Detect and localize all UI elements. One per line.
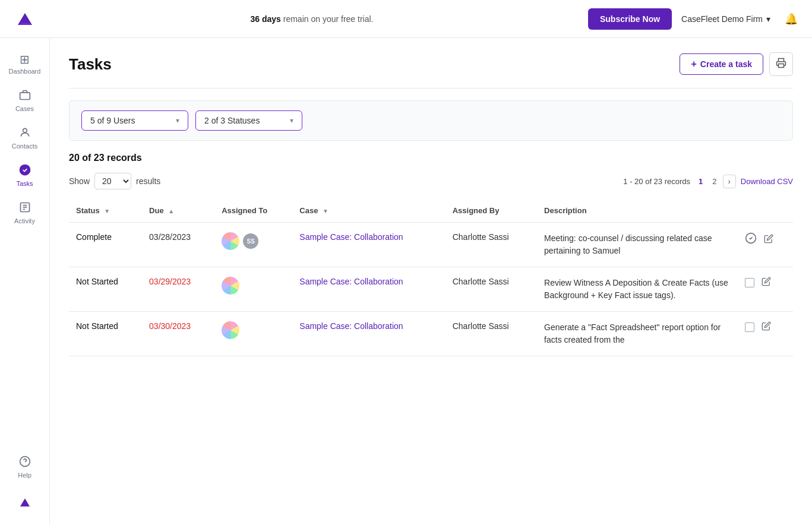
contacts-icon [19,126,31,140]
table-row: Not Started 03/29/2023 Sample Case: Coll… [69,267,793,312]
filters-bar: 5 of 9 Users ▾ 2 of 3 Statuses ▾ [69,100,793,141]
page-links: 1 2 › [695,175,736,188]
page-title: Tasks [69,55,112,74]
records-summary: 20 of 23 records [69,153,793,163]
sidebar-item-help[interactable]: Help [2,450,48,485]
cell-assigned-to [214,267,292,312]
case-link[interactable]: Sample Case: Collaboration [299,321,403,331]
edit-icon[interactable] [762,277,771,289]
complete-checkbox[interactable] [745,278,754,287]
cell-due: 03/29/2023 [142,267,214,312]
cell-due: 03/30/2023 [142,312,214,356]
row-actions [745,321,786,333]
avatar [222,277,239,295]
users-filter[interactable]: 5 of 9 Users ▾ [81,110,188,131]
col-label-status: Status [76,206,100,215]
sidebar-label-contacts: Contacts [12,143,37,150]
sort-icon-due[interactable]: ▲ [168,208,174,214]
download-csv-link[interactable]: Download CSV [741,177,793,186]
due-date: 03/30/2023 [149,321,191,331]
sidebar-item-cases[interactable]: Cases [2,83,48,118]
table-header-row: Status ▼ Due ▲ Assigned To Case ▼ Assign… [69,199,793,223]
notifications-icon[interactable]: 🔔 [785,12,798,26]
statuses-filter[interactable]: 2 of 3 Statuses ▾ [195,110,302,131]
col-label-case: Case [299,206,318,215]
avatar: SS [242,232,260,250]
users-filter-label: 5 of 9 Users [90,116,135,125]
avatar [222,321,239,339]
statuses-filter-label: 2 of 3 Statuses [204,116,260,125]
sidebar-item-dashboard[interactable]: ⊞ Dashboard [2,48,48,81]
edit-icon[interactable] [764,234,773,246]
show-label: Show [69,176,90,186]
cell-assigned-to [214,312,292,356]
sidebar-label-help: Help [18,472,31,479]
assignees-list [222,321,285,339]
cell-case: Sample Case: Collaboration [292,312,445,356]
assignees-list [222,277,285,295]
col-header-status: Status ▼ [69,199,142,223]
sidebar-item-contacts[interactable]: Contacts [2,121,48,156]
next-page-button[interactable]: › [723,175,736,188]
col-header-due: Due ▲ [142,199,214,223]
row-actions [745,277,786,289]
show-select[interactable]: 20 50 100 [94,173,131,189]
cell-description: Generate a "Fact Spreadsheet" report opt… [537,312,737,356]
show-row: Show 20 50 100 results 1 - 20 of 23 reco… [69,173,793,189]
page-header: Tasks + Create a task [69,52,793,76]
edit-icon[interactable] [762,321,771,333]
sort-icon-case[interactable]: ▼ [323,208,328,214]
cell-case: Sample Case: Collaboration [292,223,445,267]
help-icon [19,456,31,469]
plus-icon: + [691,59,696,69]
sidebar-label-activity: Activity [14,217,35,224]
cases-icon [19,89,31,103]
tasks-icon [19,164,31,178]
header-actions: + Create a task [680,52,793,76]
sidebar-item-activity[interactable]: Activity [2,195,48,230]
svg-rect-9 [779,64,784,68]
header-divider [69,88,793,88]
col-header-description: Description [537,199,737,223]
subscribe-button[interactable]: Subscribe Now [588,8,672,30]
col-label-due: Due [149,206,164,215]
results-label: results [136,176,160,186]
cell-description: Review Witness A Deposition & Create Fac… [537,267,737,312]
col-header-case: Case ▼ [292,199,445,223]
create-task-button[interactable]: + Create a task [680,53,763,75]
page-1-link[interactable]: 1 [695,176,706,187]
page-2-link[interactable]: 2 [709,176,720,187]
cell-status: Not Started [69,312,142,356]
status-value: Not Started [76,277,118,286]
cell-case: Sample Case: Collaboration [292,267,445,312]
case-link[interactable]: Sample Case: Collaboration [299,277,403,286]
svg-point-1 [23,128,27,132]
sidebar-bottom: Help [2,450,48,515]
complete-checkbox[interactable] [745,322,754,332]
sidebar: ⊞ Dashboard Cases Contacts Tasks Activit… [0,38,50,525]
cell-assigned-by: Charlotte Sassi [446,312,537,356]
row-actions [745,232,786,247]
cell-actions [738,312,794,356]
case-link[interactable]: Sample Case: Collaboration [299,232,403,242]
dashboard-icon: ⊞ [20,53,30,65]
pagination-info: 1 - 20 of 23 records [623,177,690,186]
firm-name: CaseFleet Demo Firm [681,14,763,24]
assignees-list: SS [222,232,285,250]
svg-point-2 [20,165,30,175]
show-results-left: Show 20 50 100 results [69,173,160,189]
sidebar-item-tasks[interactable]: Tasks [2,158,48,193]
complete-icon[interactable] [745,232,757,247]
tasks-table: Status ▼ Due ▲ Assigned To Case ▼ Assign… [69,199,793,356]
col-header-actions [738,199,794,223]
cell-due: 03/28/2023 [142,223,214,267]
chevron-down-icon: ▾ [290,116,293,125]
svg-rect-0 [20,93,30,100]
create-task-label: Create a task [700,59,752,69]
print-button[interactable] [769,52,793,76]
firm-selector[interactable]: CaseFleet Demo Firm ▾ [681,14,770,24]
cell-actions [738,223,794,267]
chevron-down-icon: ▾ [766,14,770,24]
sort-icon-status[interactable]: ▼ [104,208,110,214]
main-content: Tasks + Create a task 5 of 9 Users ▾ 2 o… [50,38,812,525]
